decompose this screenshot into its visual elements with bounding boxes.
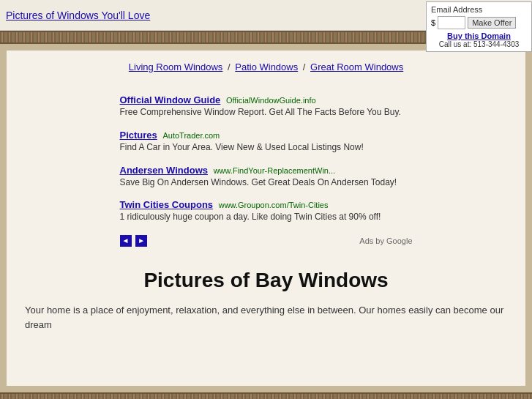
ad-title-3[interactable]: Andersen Windows: [120, 165, 209, 176]
ads-by-google: Ads by Google: [359, 236, 412, 245]
main-content: Living Room Windows / Patio Windows / Gr…: [6, 50, 526, 387]
domain-box-title: Email Address: [431, 5, 527, 14]
domain-purchase-box: Email Address $ Make Offer Buy this Doma…: [426, 1, 532, 52]
top-bar: Pictures of Windows You'll Love Email Ad…: [0, 0, 532, 31]
breadcrumb-separator-1: /: [228, 61, 233, 72]
ad-url-3: www.FindYour-ReplacementWin...: [214, 166, 336, 175]
ad-item-3: Andersen Windows www.FindYour-Replacemen…: [120, 165, 413, 189]
make-offer-button[interactable]: Make Offer: [468, 17, 516, 29]
price-input[interactable]: [438, 16, 465, 29]
domain-price-row: $ Make Offer: [431, 16, 527, 29]
body-text: Your home is a place of enjoyment, relax…: [21, 303, 511, 332]
call-us-text: Call us at: 513-344-4303: [431, 40, 527, 48]
ad-url-1: OfficialWindowGuide.info: [226, 96, 316, 105]
breadcrumb: Living Room Windows / Patio Windows / Gr…: [21, 61, 511, 72]
ad-item-1: Official Window Guide OfficialWindowGuid…: [120, 94, 413, 119]
greek-border-bottom: [0, 392, 532, 399]
site-title-link[interactable]: Pictures of Windows You'll Love: [6, 10, 150, 21]
nav-arrows: ◄ ► Ads by Google: [120, 234, 413, 247]
page-heading: Pictures of Bay Windows: [21, 269, 511, 292]
buy-domain-link[interactable]: Buy this Domain: [431, 31, 527, 40]
next-arrow[interactable]: ►: [135, 235, 147, 247]
breadcrumb-patio[interactable]: Patio Windows: [235, 61, 298, 72]
ad-item-4: Twin Cities Coupons www.Groupon.com/Twin…: [120, 199, 413, 223]
ad-title-1[interactable]: Official Window Guide: [120, 94, 221, 105]
ad-desc-4: 1 ridiculously huge coupon a day. Like d…: [120, 211, 413, 223]
ad-title-4[interactable]: Twin Cities Coupons: [120, 199, 214, 210]
prev-arrow[interactable]: ◄: [120, 235, 132, 247]
ad-item-2: Pictures AutoTrader.com Find A Car in Yo…: [120, 130, 413, 154]
ad-url-2: AutoTrader.com: [162, 131, 220, 140]
ads-section: Official Window Guide OfficialWindowGuid…: [113, 87, 420, 254]
ad-url-4: www.Groupon.com/Twin-Cities: [219, 201, 329, 209]
ad-desc-2: Find A Car in Your Area. View New & Used…: [120, 141, 413, 154]
ad-desc-3: Save Big On Andersen Windows. Get Great …: [120, 176, 413, 189]
breadcrumb-living-room[interactable]: Living Room Windows: [129, 61, 223, 72]
ad-title-2[interactable]: Pictures: [120, 130, 157, 141]
breadcrumb-great-room[interactable]: Great Room Windows: [310, 61, 403, 72]
pagination-arrows: ◄ ►: [120, 234, 149, 247]
ad-desc-1: Free Comprehensive Window Report. Get Al…: [120, 106, 413, 119]
breadcrumb-separator-2: /: [303, 61, 308, 72]
dollar-sign: $: [431, 18, 435, 27]
